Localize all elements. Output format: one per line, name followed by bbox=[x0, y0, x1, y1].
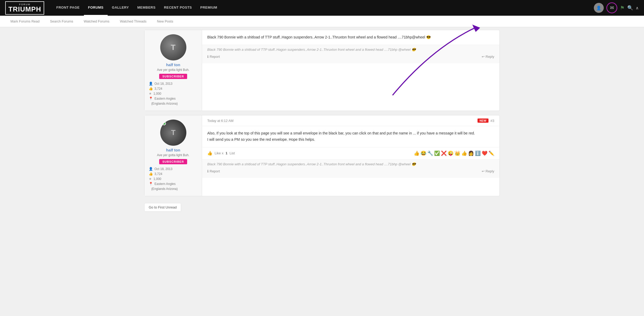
online-indicator bbox=[162, 122, 166, 125]
post-text: Also, If you look at the top of this pag… bbox=[202, 126, 499, 147]
like-count: 1 bbox=[226, 151, 227, 155]
nav-link-forums[interactable]: FORUMS bbox=[84, 0, 108, 16]
footer-actions: ℹ Report ↩ Reply bbox=[207, 53, 494, 61]
like-label: Like x bbox=[215, 151, 223, 155]
location2: (Englands Arizona) bbox=[151, 187, 178, 191]
logo-triumph-text: TRIUMPH bbox=[8, 6, 41, 13]
flag-button[interactable]: ⚑ bbox=[620, 5, 625, 11]
chevron-up-button[interactable]: ∧ bbox=[636, 5, 639, 10]
subnav-search-forums[interactable]: Search Forums bbox=[45, 16, 78, 27]
post-card: T half ton Ave yer gotta light Buh. SUBS… bbox=[144, 30, 500, 111]
reply-button[interactable]: ↩ Reply bbox=[482, 55, 494, 59]
subnav-watched-forums[interactable]: Watched Forums bbox=[78, 16, 115, 27]
likes-count: 3,724 bbox=[154, 87, 162, 91]
subnav-watched-threads[interactable]: Watched Threads bbox=[115, 16, 152, 27]
report-button[interactable]: ℹ Report bbox=[207, 169, 220, 173]
post-footer: Black 790 Bonnie with a shitload of TTP … bbox=[202, 45, 499, 63]
quote-text: Black 790 Bonnie with a shitload of TTP … bbox=[207, 48, 494, 52]
location2-row: (Englands Arizona) bbox=[149, 101, 198, 105]
location-row: 📍 Eastern Angles bbox=[149, 182, 198, 186]
emoji-crown[interactable]: 👑 bbox=[455, 150, 460, 156]
location-row: 📍 Eastern Angles bbox=[149, 97, 198, 100]
post-reactions: 👍 Like x 1 List 👍 😂 🔧 ✅ ❌ 😜 👑 👍 👩 ℹ️ bbox=[202, 147, 499, 159]
list-label[interactable]: List bbox=[229, 151, 235, 155]
thumbs-up-icon: 👍 bbox=[149, 87, 153, 91]
post-number: #3 bbox=[491, 119, 494, 123]
emoji-cross[interactable]: ❌ bbox=[441, 150, 447, 156]
like-section: 👍 Like x 1 List bbox=[207, 151, 235, 156]
report-label: Report bbox=[210, 169, 220, 173]
avatar: T bbox=[160, 34, 186, 60]
location-icon: 📍 bbox=[149, 97, 153, 100]
nav-link-recent-posts[interactable]: RECENT POSTS bbox=[160, 0, 196, 16]
location: Eastern Angles bbox=[154, 97, 176, 100]
report-icon: ℹ bbox=[207, 55, 209, 59]
thumbs-up-icon: 👍 bbox=[149, 172, 153, 176]
emoji-check[interactable]: ✅ bbox=[434, 150, 440, 156]
user-meta: 👤 Oct 18, 2013 👍 3,724 ★ 1,000 📍 Eastern… bbox=[149, 167, 198, 192]
avatar: T bbox=[160, 120, 186, 146]
person-icon: 👤 bbox=[149, 82, 153, 86]
emoji-reaction-row: 👍 😂 🔧 ✅ ❌ 😜 👑 👍 👩 ℹ️ ❤️ ✏️ bbox=[414, 150, 494, 156]
nav-links: FRONT PAGEFORUMSGALLERYMEMBERSRECENT POS… bbox=[52, 0, 594, 16]
post-body: Black 790 Bonnie with a shitload of TTP … bbox=[202, 30, 499, 111]
emoji-info[interactable]: ℹ️ bbox=[475, 150, 481, 156]
messages-button[interactable]: ✉ bbox=[606, 2, 617, 13]
reply-button[interactable]: ↩ Reply bbox=[482, 169, 494, 173]
join-date: Oct 18, 2013 bbox=[154, 82, 172, 86]
emoji-hand[interactable]: 👍 bbox=[461, 150, 467, 156]
emoji-woman[interactable]: 👩 bbox=[468, 150, 474, 156]
subnav-new-posts[interactable]: New Posts bbox=[152, 16, 179, 27]
nav-link-premium[interactable]: PREMIUM bbox=[196, 0, 221, 16]
main-content: T half ton Ave yer gotta light Buh. SUBS… bbox=[139, 27, 505, 214]
user-meta: 👤 Oct 18, 2013 👍 3,724 ★ 1,000 📍 Eastern… bbox=[149, 82, 198, 106]
emoji-heart[interactable]: ❤️ bbox=[482, 150, 487, 156]
avatar-text: T bbox=[171, 128, 175, 137]
emoji-pencil[interactable]: ✏️ bbox=[488, 150, 494, 156]
emoji-thumbsup[interactable]: 👍 bbox=[414, 150, 419, 156]
user-title: Ave yer gotta light Buh. bbox=[157, 68, 189, 72]
nav-link-members[interactable]: MEMBERS bbox=[133, 0, 160, 16]
person-icon: 👤 bbox=[149, 167, 153, 171]
report-icon: ℹ bbox=[207, 169, 209, 173]
star-icon: ★ bbox=[149, 92, 152, 95]
location2-row: (Englands Arizona) bbox=[149, 187, 198, 191]
post-text: Black 790 Bonnie with a shitload of TTP … bbox=[202, 30, 499, 45]
post-text-content: Also, If you look at the top of this pag… bbox=[207, 131, 475, 142]
report-button[interactable]: ℹ Report bbox=[207, 55, 220, 59]
location: Eastern Angles bbox=[154, 182, 176, 186]
nav-link-gallery[interactable]: GALLERY bbox=[108, 0, 133, 16]
emoji-tongue[interactable]: 😜 bbox=[448, 150, 453, 156]
points: 1,000 bbox=[153, 177, 161, 181]
subnav-mark-forums-read[interactable]: Mark Forums Read bbox=[5, 16, 45, 27]
emoji-laugh[interactable]: 😂 bbox=[421, 150, 426, 156]
post-header: Today at 6:12 AM NEW #3 bbox=[202, 115, 499, 126]
footer-actions: ℹ Report ↩ Reply bbox=[207, 167, 494, 175]
emoji-wrench[interactable]: 🔧 bbox=[427, 150, 433, 156]
report-label: Report bbox=[210, 55, 220, 59]
post-sidebar: T half ton Ave yer gotta light Buh. SUBS… bbox=[145, 115, 202, 196]
top-navigation: FORUM TRIUMPH FRONT PAGEFORUMSGALLERYMEM… bbox=[0, 0, 644, 16]
join-date: Oct 18, 2013 bbox=[154, 167, 172, 171]
subscriber-badge: SUBSCRIBER bbox=[159, 159, 187, 164]
avatar[interactable]: 👤 bbox=[594, 3, 604, 13]
new-badge: NEW bbox=[478, 118, 488, 123]
like-thumb-icon: 👍 bbox=[207, 151, 212, 156]
points: 1,000 bbox=[153, 92, 161, 95]
likes-count: 3,724 bbox=[154, 172, 162, 176]
logo[interactable]: FORUM TRIUMPH bbox=[5, 1, 44, 15]
sub-navigation: Mark Forums Read Search Forums Watched F… bbox=[0, 16, 644, 27]
nav-link-front-page[interactable]: FRONT PAGE bbox=[52, 0, 84, 16]
username[interactable]: half ton bbox=[166, 63, 180, 67]
post-footer: Black 790 Bonnie with a shitload of TTP … bbox=[202, 159, 499, 178]
nav-right-icons: 👤 ✉ ⚑ 🔍 ∧ bbox=[594, 2, 639, 13]
reply-label: Reply bbox=[486, 169, 494, 173]
reply-label: Reply bbox=[486, 55, 494, 59]
post-number-badge: NEW #3 bbox=[478, 118, 494, 123]
go-first-unread-button[interactable]: Go to First Unread bbox=[144, 203, 181, 212]
likes-row: 👍 3,724 bbox=[149, 172, 198, 176]
post-timestamp: Today at 6:12 AM bbox=[207, 119, 233, 123]
points-row: ★ 1,000 bbox=[149, 92, 198, 95]
username[interactable]: half ton bbox=[166, 148, 180, 152]
search-button[interactable]: 🔍 bbox=[627, 5, 633, 11]
